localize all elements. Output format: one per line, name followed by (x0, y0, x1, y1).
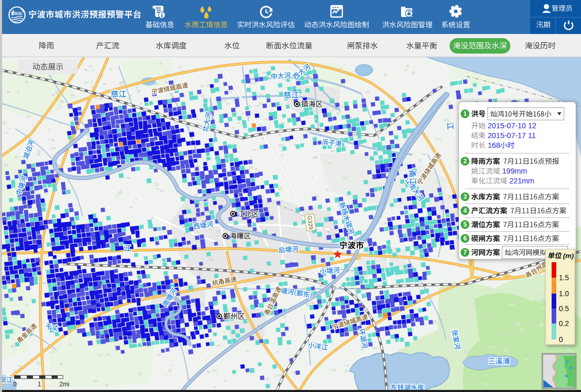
svg-text:(m): (m) (563, 252, 574, 260)
svg-text:5: 5 (463, 221, 467, 228)
svg-text:3: 3 (463, 193, 467, 200)
svg-text:2015-07-17 11: 2015-07-17 11 (488, 131, 536, 140)
svg-text:199mm: 199mm (502, 167, 527, 175)
svg-text:2015-07-10 12: 2015-07-10 12 (488, 122, 536, 130)
svg-text:0: 0 (559, 335, 563, 344)
svg-text:4: 4 (463, 207, 467, 214)
svg-text:2: 2 (463, 158, 467, 165)
svg-text:1: 1 (463, 110, 467, 117)
svg-text:0.5: 0.5 (559, 304, 569, 313)
svg-text:1.0: 1.0 (559, 289, 569, 298)
svg-text:221mm: 221mm (509, 177, 534, 185)
svg-text:6: 6 (463, 235, 467, 242)
svg-text:2mi: 2mi (59, 381, 69, 388)
svg-text:0.2: 0.2 (559, 319, 569, 328)
svg-text:NBSL: NBSL (11, 11, 23, 16)
svg-text:7: 7 (463, 249, 467, 256)
svg-text:1.5: 1.5 (559, 274, 569, 282)
svg-text:0: 0 (13, 381, 16, 388)
svg-text:168: 168 (488, 141, 500, 149)
svg-text:1: 1 (38, 381, 41, 388)
